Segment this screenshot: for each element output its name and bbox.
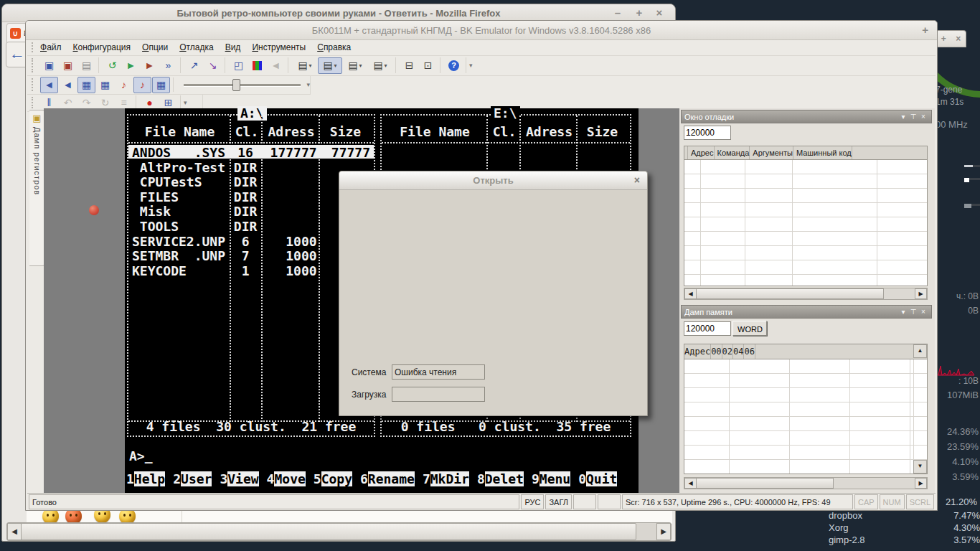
file-row[interactable]: TOOLS DIR bbox=[128, 219, 374, 234]
function-key[interactable]: 1Help bbox=[126, 471, 165, 486]
step-icon[interactable]: » bbox=[159, 57, 177, 74]
back-icon[interactable]: ◄ bbox=[267, 57, 285, 74]
function-key[interactable]: 5Copy bbox=[314, 471, 352, 486]
scrollbar-thumb[interactable] bbox=[696, 478, 834, 489]
menu-item[interactable]: Справка bbox=[317, 42, 351, 52]
scroll-right-arrow[interactable]: ▶ bbox=[656, 523, 671, 540]
drive-c-icon[interactable]: ▤ bbox=[343, 57, 367, 74]
background-window-titlebar[interactable]: + × bbox=[936, 30, 966, 47]
debug-horizontal-scrollbar[interactable]: ◀ ▶ bbox=[684, 288, 928, 300]
scroll-right-arrow[interactable]: ▶ bbox=[915, 288, 927, 299]
maximize-button[interactable]: + bbox=[631, 6, 648, 19]
emulator-titlebar[interactable]: БК0011М + стандартный КНГМД - BK Emulato… bbox=[26, 21, 937, 40]
panel-close-icon[interactable]: × bbox=[918, 113, 928, 121]
scroll-left-arrow[interactable]: ◀ bbox=[7, 523, 22, 540]
menu-item[interactable]: Инструменты bbox=[252, 42, 306, 52]
help-icon[interactable]: ? bbox=[445, 57, 463, 74]
jump-up-icon[interactable]: ↗ bbox=[185, 57, 203, 74]
save-disk-icon[interactable]: ▣ bbox=[59, 57, 77, 74]
save-state-icon[interactable]: ▣ bbox=[40, 57, 58, 74]
scroll-right-arrow[interactable]: ▶ bbox=[915, 478, 927, 489]
covox-icon[interactable]: ♪ bbox=[115, 77, 133, 93]
menu-item[interactable]: Отладка bbox=[179, 42, 213, 52]
function-key[interactable]: 2User bbox=[173, 471, 212, 486]
file-row[interactable]: KEYCODE 1 1000 22 bbox=[128, 263, 374, 278]
panel-pin-icon[interactable]: ⊤ bbox=[908, 113, 918, 121]
function-key[interactable]: 6Rename bbox=[360, 471, 415, 486]
panel-close-icon[interactable]: × bbox=[918, 308, 928, 316]
reset-icon[interactable]: ↺ bbox=[103, 57, 121, 74]
screenshot-icon[interactable]: ⊡ bbox=[419, 57, 437, 74]
scroll-left-arrow[interactable]: ◀ bbox=[684, 478, 697, 489]
panel-menu-icon[interactable]: ▾ bbox=[898, 113, 908, 121]
function-key[interactable]: 4Move bbox=[267, 471, 306, 486]
panel-menu-icon[interactable]: ▾ bbox=[898, 308, 908, 316]
toolbar-grip[interactable] bbox=[32, 78, 35, 91]
slider-thumb[interactable] bbox=[232, 79, 240, 91]
speaker-icon[interactable]: ◄ bbox=[59, 77, 77, 93]
print-icon[interactable]: ⊟ bbox=[400, 57, 418, 74]
close-button[interactable]: × bbox=[651, 6, 668, 19]
word-mode-button[interactable]: WORD bbox=[732, 321, 767, 336]
drive-b-icon[interactable]: ▤ bbox=[318, 57, 342, 74]
speaker-on-icon[interactable]: ◄ bbox=[40, 77, 58, 93]
memory-table[interactable]: Адрес00020406 ▲ ▼ bbox=[684, 344, 928, 474]
drive-a-icon[interactable]: ▤ bbox=[293, 57, 317, 74]
toolbar-grip[interactable] bbox=[32, 97, 35, 108]
file-row[interactable]: SERVICE2.UNP 6 1000 2414 bbox=[128, 234, 374, 249]
dialog-field-input[interactable] bbox=[392, 387, 485, 402]
memory-panel-titlebar[interactable]: Дамп памяти ▾ ⊤ × bbox=[681, 305, 932, 319]
file-row[interactable]: FILES DIR bbox=[128, 189, 374, 204]
function-key[interactable]: 9Menu bbox=[532, 471, 570, 486]
stop-icon[interactable]: ► bbox=[141, 57, 159, 74]
debug-address-input[interactable] bbox=[684, 126, 731, 140]
memory-address-input[interactable] bbox=[684, 321, 731, 336]
scroll-up-arrow[interactable]: ▲ bbox=[913, 344, 927, 358]
function-key[interactable]: 7MkDir bbox=[423, 471, 469, 486]
run-icon[interactable]: ► bbox=[122, 57, 140, 74]
toolbar-overflow-icon[interactable]: ▾ bbox=[469, 62, 473, 69]
menu-item[interactable]: Конфигурация bbox=[73, 42, 131, 52]
rgb-mode-icon[interactable] bbox=[248, 57, 266, 74]
fullscreen-icon[interactable]: ◰ bbox=[230, 57, 248, 74]
menu-item[interactable]: Файл bbox=[40, 42, 62, 52]
file-row[interactable]: Misk DIR bbox=[128, 204, 374, 219]
scrollbar-thumb[interactable] bbox=[696, 288, 884, 299]
scroll-down-arrow[interactable]: ▼ bbox=[913, 460, 927, 474]
maximize-button[interactable]: + bbox=[941, 34, 946, 44]
volume-slider[interactable] bbox=[181, 78, 303, 91]
covox-stereo-icon[interactable]: ♪ bbox=[133, 77, 151, 93]
drive-d-icon[interactable]: ▤ bbox=[368, 57, 392, 74]
scroll-left-arrow[interactable]: ◀ bbox=[684, 288, 697, 299]
dialog-field-input[interactable] bbox=[392, 364, 485, 380]
toolbar-grip[interactable] bbox=[32, 58, 35, 72]
horizontal-scrollbar[interactable]: ◀ ▶ bbox=[6, 522, 672, 541]
maximize-button[interactable]: + bbox=[922, 24, 928, 36]
scrollbar-thumb[interactable] bbox=[21, 523, 636, 540]
file-row[interactable]: SETMBR .UNP 7 1000 3176 bbox=[128, 248, 374, 263]
dialog-titlebar[interactable]: Открыть bbox=[339, 171, 647, 190]
mixer-icon[interactable]: ▦ bbox=[152, 77, 170, 93]
menu-item[interactable]: Вид bbox=[225, 42, 241, 52]
memory-horizontal-scrollbar[interactable]: ◀ ▶ bbox=[684, 477, 928, 489]
jump-down-icon[interactable]: ↘ bbox=[204, 57, 222, 74]
file-row[interactable]: ANDOS .SYS 16 177777 77777 bbox=[128, 145, 374, 160]
ay-chip-alt-icon[interactable]: ▦ bbox=[96, 77, 114, 93]
function-key[interactable]: 0Quit bbox=[578, 471, 617, 486]
file-row[interactable]: AltPro-Test DIR bbox=[128, 160, 374, 175]
panel-pin-icon[interactable]: ⊤ bbox=[908, 308, 918, 316]
toolbar-overflow-icon[interactable]: ▾ bbox=[184, 99, 187, 106]
menu-item[interactable]: Опции bbox=[142, 42, 168, 52]
registers-dump-tab[interactable]: ▣ Дамп регистров bbox=[29, 110, 45, 266]
function-key[interactable]: 8Delet bbox=[477, 471, 524, 486]
function-key[interactable]: 3View bbox=[220, 471, 258, 486]
disassembly-table[interactable]: АдресКомандаАргументыМашинный код bbox=[684, 146, 928, 286]
file-row[interactable]: CPUTestS DIR bbox=[128, 174, 374, 189]
minimize-button[interactable]: – bbox=[609, 6, 626, 19]
ay-chip-icon[interactable]: ▦ bbox=[77, 77, 95, 93]
toolbar-grip[interactable] bbox=[32, 42, 35, 52]
dialog-close-icon[interactable]: × bbox=[634, 174, 640, 186]
close-button[interactable]: × bbox=[956, 34, 961, 44]
toolbar-overflow-icon[interactable]: ▾ bbox=[306, 81, 310, 88]
debug-panel-titlebar[interactable]: Окно отладки ▾ ⊤ × bbox=[681, 110, 932, 123]
